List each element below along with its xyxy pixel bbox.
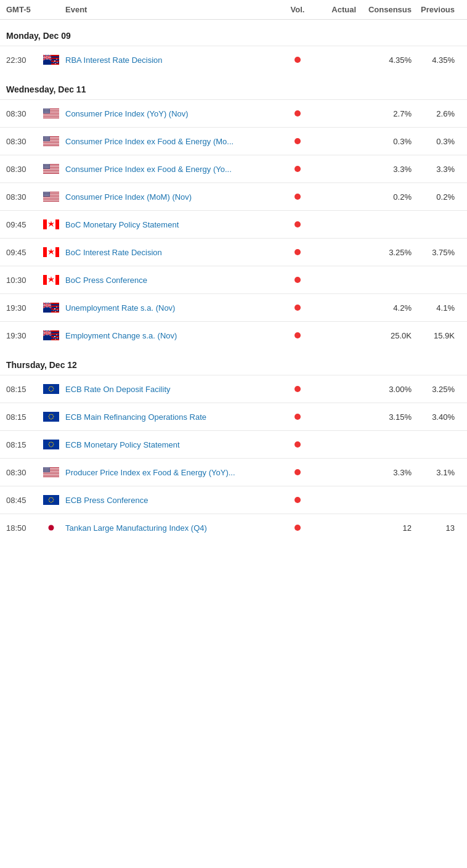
svg-rect-201 (43, 440, 59, 449)
event-flag (43, 384, 65, 394)
event-name[interactable]: Unemployment Rate s.a. (Nov) (65, 303, 282, 313)
svg-point-98 (44, 168, 44, 168)
event-vol (282, 332, 313, 338)
event-time: 08:30 (6, 165, 43, 174)
day-header: Thursday, Dec 12 (0, 349, 467, 375)
event-name[interactable]: Consumer Price Index (MoM) (Nov) (65, 192, 282, 202)
svg-point-203 (51, 442, 51, 443)
table-row: 08:15 ECB Rate On Deposit Facility 3.00%… (0, 375, 467, 403)
svg-point-127 (45, 195, 46, 196)
svg-point-16 (57, 62, 58, 63)
event-name[interactable]: ECB Monetary Policy Statement (65, 440, 282, 449)
event-name[interactable]: RBA Interest Rate Decision (65, 55, 282, 65)
svg-point-15 (56, 59, 57, 60)
event-flag (43, 275, 65, 285)
svg-rect-171 (43, 333, 51, 334)
svg-point-120 (49, 193, 49, 194)
svg-rect-172 (51, 330, 59, 332)
event-name[interactable]: Employment Change s.a. (Nov) (65, 331, 282, 340)
svg-point-32 (44, 110, 44, 110)
svg-point-124 (47, 194, 48, 195)
svg-point-74 (49, 140, 49, 141)
svg-point-94 (45, 166, 46, 167)
event-name[interactable]: Producer Price Index ex Food & Energy (Y… (65, 468, 282, 477)
event-consensus: 3.00% (356, 385, 412, 394)
event-name[interactable]: BoC Monetary Policy Statement (65, 220, 282, 229)
svg-point-85 (46, 165, 47, 165)
svg-point-66 (45, 139, 46, 139)
event-flag (43, 523, 65, 533)
svg-point-56 (45, 137, 46, 137)
header-consensus: Consensus (356, 5, 412, 14)
svg-point-112 (45, 192, 46, 193)
svg-point-225 (45, 469, 46, 469)
event-flag (43, 412, 65, 422)
header-timezone: GMT-5 (6, 5, 43, 14)
event-vol (282, 249, 313, 255)
svg-point-186 (52, 390, 53, 391)
svg-point-88 (44, 165, 44, 166)
event-name[interactable]: BoC Interest Rate Decision (65, 248, 282, 257)
event-name[interactable]: ECB Press Conference (65, 496, 282, 505)
svg-point-236 (46, 471, 47, 472)
svg-point-31 (49, 109, 49, 110)
svg-point-67 (46, 139, 47, 139)
event-previous: 3.75% (412, 248, 461, 257)
event-consensus: 0.3% (356, 137, 412, 146)
svg-rect-109 (43, 200, 59, 201)
svg-rect-51 (43, 142, 59, 142)
svg-rect-79 (43, 170, 59, 170)
table-header: GMT-5 Event Vol. Actual Consensus Previo… (0, 0, 467, 20)
svg-point-71 (45, 140, 46, 141)
event-flag (43, 219, 65, 229)
svg-point-115 (49, 192, 49, 193)
event-name[interactable]: Consumer Price Index ex Food & Energy (Y… (65, 165, 282, 174)
svg-point-125 (49, 194, 49, 195)
event-vol (282, 441, 313, 448)
event-consensus: 12 (356, 523, 412, 533)
svg-rect-137 (55, 247, 59, 257)
svg-rect-10 (51, 55, 59, 56)
event-consensus: 3.3% (356, 165, 412, 174)
svg-point-70 (44, 140, 44, 141)
svg-point-250 (49, 525, 54, 531)
event-name[interactable]: Consumer Price Index ex Food & Energy (M… (65, 137, 282, 146)
event-name[interactable]: ECB Rate On Deposit Facility (65, 385, 282, 394)
event-name[interactable]: BoC Press Conference (65, 276, 282, 285)
svg-point-38 (45, 111, 46, 112)
svg-rect-216 (43, 474, 59, 475)
svg-point-184 (52, 387, 53, 387)
svg-rect-152 (43, 305, 51, 306)
event-time: 10:30 (6, 276, 43, 285)
svg-point-30 (47, 109, 48, 110)
header-vol: Vol. (282, 5, 313, 14)
svg-rect-25 (43, 117, 59, 118)
volatility-indicator (294, 414, 301, 420)
event-name[interactable]: Tankan Large Manufacturing Index (Q4) (65, 523, 282, 533)
svg-point-242 (52, 497, 53, 498)
table-row: 08:15 ECB Monetary Policy Statement (0, 430, 467, 458)
svg-point-41 (49, 111, 49, 112)
svg-point-118 (46, 193, 47, 194)
svg-point-204 (52, 442, 53, 443)
svg-point-206 (52, 446, 53, 446)
volatility-indicator (294, 249, 301, 255)
svg-point-62 (46, 137, 47, 138)
svg-point-65 (44, 139, 44, 139)
event-time: 08:30 (6, 137, 43, 146)
svg-rect-107 (43, 197, 59, 198)
event-name[interactable]: Consumer Price Index (YoY) (Nov) (65, 109, 282, 118)
svg-point-95 (46, 166, 47, 167)
svg-point-198 (49, 418, 50, 419)
svg-point-102 (49, 168, 49, 168)
svg-point-207 (51, 446, 51, 447)
event-vol (282, 525, 313, 531)
svg-point-246 (49, 501, 50, 502)
table-row: 08:30 (0, 127, 467, 155)
event-name[interactable]: ECB Main Refinancing Operations Rate (65, 412, 282, 422)
volatility-indicator (294, 110, 301, 117)
event-previous: 0.2% (412, 192, 461, 202)
day-header: Monday, Dec 09 (0, 20, 467, 46)
svg-point-59 (49, 137, 49, 137)
svg-rect-81 (43, 173, 59, 173)
